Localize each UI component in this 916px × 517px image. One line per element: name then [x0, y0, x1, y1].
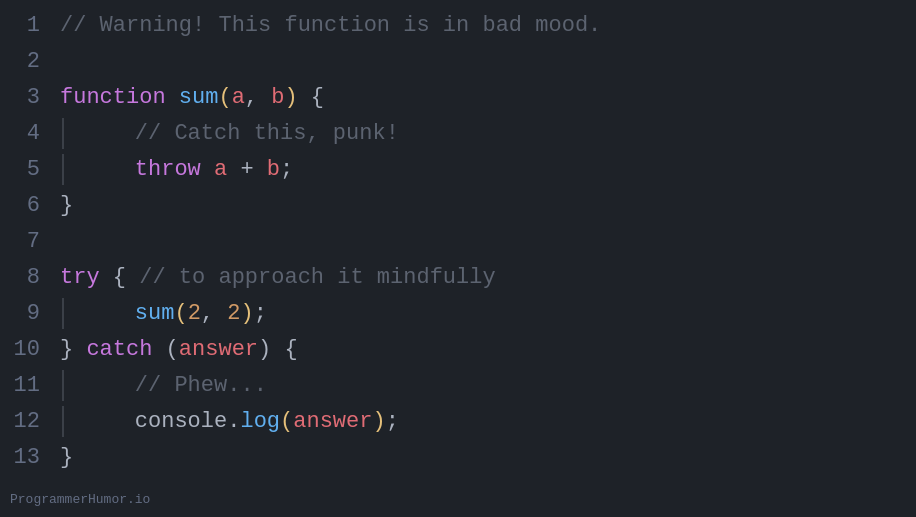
line-content: function sum(a, b) { [60, 80, 916, 115]
code-line: 6} [0, 188, 916, 224]
code-line: 11 // Phew... [0, 368, 916, 404]
token: catch [86, 337, 152, 362]
token: a [232, 85, 245, 110]
token: 2 [188, 301, 201, 326]
code-line: 8try { // to approach it mindfully [0, 260, 916, 296]
token: } [60, 193, 73, 218]
line-number: 12 [0, 404, 60, 439]
line-content: } [60, 188, 916, 223]
line-number: 4 [0, 116, 60, 151]
code-editor: 1// Warning! This function is in bad moo… [0, 0, 916, 490]
token: ( [174, 301, 187, 326]
code-line: 4 // Catch this, punk! [0, 116, 916, 152]
line-number: 8 [0, 260, 60, 295]
token: ) [284, 85, 297, 110]
indent-bar [62, 154, 77, 185]
line-number: 2 [0, 44, 60, 79]
code-line: 1// Warning! This function is in bad moo… [0, 8, 916, 44]
token: function [60, 85, 166, 110]
line-number: 7 [0, 224, 60, 259]
line-content: console.log(answer); [60, 404, 916, 439]
token: ; [386, 409, 399, 434]
token: { [298, 85, 324, 110]
line-content: try { // to approach it mindfully [60, 260, 916, 295]
token [201, 157, 214, 182]
code-line: 3function sum(a, b) { [0, 80, 916, 116]
token: } [60, 445, 73, 470]
token: console [135, 409, 227, 434]
line-number: 3 [0, 80, 60, 115]
line-content: // Warning! This function is in bad mood… [60, 8, 916, 43]
token: { [100, 265, 140, 290]
token: . [227, 409, 240, 434]
token: answer [179, 337, 258, 362]
token: // Phew... [135, 373, 267, 398]
token: ; [280, 157, 293, 182]
code-line: 10} catch (answer) { [0, 332, 916, 368]
line-content: throw a + b; [60, 152, 916, 187]
indent-bar [62, 406, 77, 437]
line-number: 6 [0, 188, 60, 223]
indent-bar [62, 370, 77, 401]
line-content: sum(2, 2); [60, 296, 916, 331]
line-number: 11 [0, 368, 60, 403]
line-content: } catch (answer) { [60, 332, 916, 367]
code-line: 5 throw a + b; [0, 152, 916, 188]
token: ; [254, 301, 267, 326]
line-content: // Phew... [60, 368, 916, 403]
token: + [227, 157, 267, 182]
code-line: 13} [0, 440, 916, 476]
token: , [245, 85, 271, 110]
line-number: 13 [0, 440, 60, 475]
code-line: 9 sum(2, 2); [0, 296, 916, 332]
line-number: 1 [0, 8, 60, 43]
token: a [214, 157, 227, 182]
token: b [271, 85, 284, 110]
line-number: 9 [0, 296, 60, 331]
indent-bar [62, 298, 77, 329]
token: sum [135, 301, 175, 326]
token: answer [293, 409, 372, 434]
line-content: // Catch this, punk! [60, 116, 916, 151]
token: b [267, 157, 280, 182]
token: // to approach it mindfully [139, 265, 495, 290]
token: , [201, 301, 227, 326]
indent-bar [62, 118, 77, 149]
token: 2 [227, 301, 240, 326]
line-number: 10 [0, 332, 60, 367]
token: } [60, 337, 86, 362]
token: ( [152, 337, 178, 362]
line-content: } [60, 440, 916, 475]
token: ) [240, 301, 253, 326]
token: ( [280, 409, 293, 434]
token: // Catch this, punk! [135, 121, 399, 146]
token: ) [372, 409, 385, 434]
token: ) { [258, 337, 298, 362]
token: ( [218, 85, 231, 110]
watermark: ProgrammerHumor.io [10, 490, 150, 511]
token: sum [179, 85, 219, 110]
token: throw [135, 157, 201, 182]
token [166, 85, 179, 110]
token: log [240, 409, 280, 434]
token: try [60, 265, 100, 290]
line-number: 5 [0, 152, 60, 187]
code-line: 2 [0, 44, 916, 80]
code-line: 12 console.log(answer); [0, 404, 916, 440]
code-line: 7 [0, 224, 916, 260]
token: // Warning! This function is in bad mood… [60, 13, 601, 38]
